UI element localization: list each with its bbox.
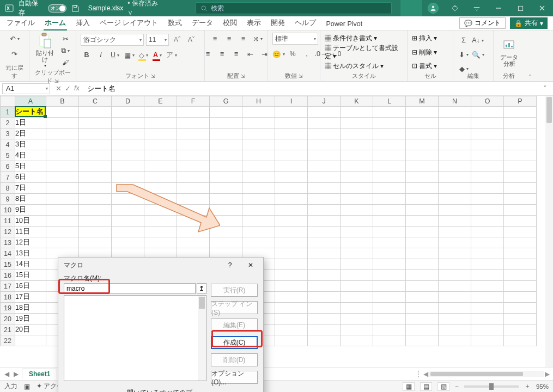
cell[interactable]: [471, 292, 504, 303]
sheet-tab-active[interactable]: Sheet1: [22, 369, 57, 379]
cell[interactable]: 16日: [15, 281, 46, 292]
row-header[interactable]: 8: [1, 183, 15, 194]
column-header[interactable]: D: [112, 96, 144, 107]
cell[interactable]: [308, 161, 341, 172]
cell[interactable]: [210, 118, 242, 128]
cell[interactable]: [275, 216, 308, 226]
cell[interactable]: [439, 324, 471, 335]
cell[interactable]: [471, 314, 504, 324]
formula-input[interactable]: [85, 83, 538, 94]
number-format-combo[interactable]: 標準▾: [272, 33, 318, 45]
tab-developer[interactable]: 開発: [270, 16, 286, 30]
borders-button[interactable]: ▦: [123, 49, 135, 61]
cell[interactable]: [112, 161, 144, 172]
cell[interactable]: [406, 128, 439, 139]
cell[interactable]: [144, 205, 177, 216]
cell[interactable]: [471, 324, 504, 335]
vertical-scrollbar[interactable]: [545, 96, 553, 367]
cell[interactable]: [210, 194, 242, 205]
cell[interactable]: [210, 107, 242, 118]
tab-data[interactable]: データ: [191, 16, 214, 30]
row-header[interactable]: 11: [1, 216, 15, 226]
cell[interactable]: [373, 270, 406, 281]
cell[interactable]: [308, 324, 341, 335]
sheet-nav-prev-icon[interactable]: ◀: [3, 370, 10, 378]
cell[interactable]: [406, 248, 439, 259]
cell[interactable]: [341, 216, 373, 226]
cell[interactable]: [341, 205, 373, 216]
cell[interactable]: [275, 205, 308, 216]
insert-cells-button[interactable]: ⊞ 挿入 ▾: [412, 34, 437, 42]
cell[interactable]: [406, 314, 439, 324]
cell[interactable]: 3日: [15, 139, 46, 150]
saved-state-label[interactable]: • 保存済み ∨: [127, 0, 165, 17]
cell[interactable]: [177, 161, 210, 172]
cell[interactable]: 4日: [15, 150, 46, 161]
cell[interactable]: [112, 172, 144, 183]
percent-style-icon[interactable]: %: [287, 48, 299, 60]
cell[interactable]: [308, 226, 341, 237]
cell[interactable]: [439, 281, 471, 292]
cell[interactable]: [341, 172, 373, 183]
cell[interactable]: [471, 226, 504, 237]
cell[interactable]: [471, 107, 504, 118]
cell[interactable]: [177, 183, 210, 194]
cell[interactable]: [242, 183, 275, 194]
cell[interactable]: [504, 237, 537, 248]
cell[interactable]: [79, 128, 112, 139]
cell[interactable]: 10日: [15, 216, 46, 226]
cell[interactable]: [275, 248, 308, 259]
macro-edit-button[interactable]: 編集(E): [211, 318, 258, 332]
cell[interactable]: [471, 139, 504, 150]
cell[interactable]: [406, 281, 439, 292]
cell[interactable]: [341, 161, 373, 172]
cell[interactable]: [308, 237, 341, 248]
diamond-icon[interactable]: [444, 0, 466, 16]
cell[interactable]: [177, 237, 210, 248]
cell[interactable]: [504, 172, 537, 183]
cell[interactable]: 7日: [15, 183, 46, 194]
cell[interactable]: [373, 324, 406, 335]
minimize-button[interactable]: [488, 0, 509, 16]
cell[interactable]: [242, 194, 275, 205]
cell[interactable]: [406, 107, 439, 118]
cell[interactable]: [308, 118, 341, 128]
find-select-icon[interactable]: 🔍: [472, 48, 484, 60]
cell[interactable]: [471, 335, 504, 346]
column-header[interactable]: M: [406, 96, 439, 107]
cell[interactable]: [439, 292, 471, 303]
cell[interactable]: [275, 324, 308, 335]
cell[interactable]: [275, 150, 308, 161]
cell[interactable]: [341, 226, 373, 237]
cell[interactable]: [406, 216, 439, 226]
cell[interactable]: [373, 335, 406, 346]
cell[interactable]: [341, 128, 373, 139]
underline-button[interactable]: U: [109, 49, 121, 61]
cell[interactable]: [439, 128, 471, 139]
cell[interactable]: [373, 292, 406, 303]
align-middle-icon[interactable]: ≡: [223, 33, 235, 45]
cell[interactable]: [112, 183, 144, 194]
view-page-layout-icon[interactable]: ▤: [420, 382, 432, 391]
macro-create-button[interactable]: 作成(C): [211, 336, 258, 349]
row-header[interactable]: 20: [1, 314, 15, 324]
zoom-out-button[interactable]: −: [455, 383, 459, 390]
cell[interactable]: [504, 216, 537, 226]
cell[interactable]: [46, 183, 79, 194]
cell[interactable]: [373, 237, 406, 248]
macro-name-input[interactable]: [64, 283, 196, 294]
cell[interactable]: [308, 303, 341, 314]
cell[interactable]: [373, 107, 406, 118]
cell[interactable]: シート名: [15, 107, 46, 118]
cell[interactable]: [504, 183, 537, 194]
cell[interactable]: [471, 216, 504, 226]
cell[interactable]: [406, 237, 439, 248]
cell[interactable]: [439, 335, 471, 346]
row-header[interactable]: 5: [1, 150, 15, 161]
font-name-combo[interactable]: 游ゴシック▾: [81, 34, 144, 46]
cell[interactable]: [177, 194, 210, 205]
cell[interactable]: 18日: [15, 303, 46, 314]
cell[interactable]: [275, 259, 308, 270]
cell[interactable]: [439, 150, 471, 161]
horizontal-scrollbar[interactable]: ⋮ ◀ ▶: [415, 370, 550, 378]
